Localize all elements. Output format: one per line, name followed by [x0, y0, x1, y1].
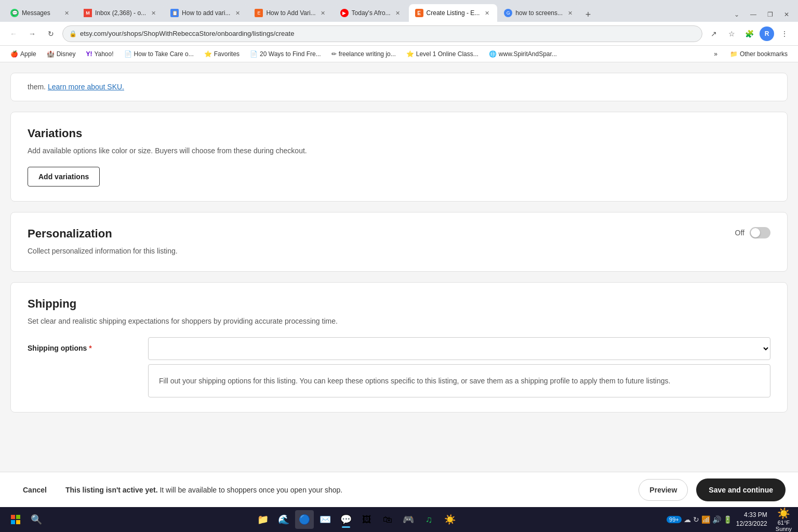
freelance-label: freelance writing jo... [339, 50, 396, 58]
required-star: * [87, 344, 91, 352]
close-window-button[interactable]: ✕ [779, 7, 794, 22]
how-to-take-icon: 📄 [124, 50, 132, 58]
extensions-icon[interactable]: 🧩 [742, 26, 756, 41]
minimize-button[interactable]: — [746, 7, 761, 22]
taskbar-store[interactable]: 🛍 [378, 510, 397, 529]
bookmark-freelance[interactable]: ✏ freelance writing jo... [327, 49, 400, 59]
taskbar: 🔍 📁 🌊 🔵 ✉️ 💬 🖼 🛍 🎮 ♫ ☀️ [0, 507, 798, 532]
yahoo-bookmark-icon: Y! [86, 50, 92, 58]
taskbar-photos[interactable]: 🖼 [357, 510, 376, 529]
sku-section-card: them. Learn more about SKU. [10, 73, 788, 101]
notification-badge[interactable]: 99+ [667, 516, 682, 523]
apple-bookmark-icon: 🍎 [10, 50, 18, 58]
tab-add-var1-close[interactable]: ✕ [233, 9, 242, 17]
toggle-knob [751, 228, 760, 237]
taskbar-edge[interactable]: 🌊 [274, 510, 293, 529]
cancel-button[interactable]: Cancel [12, 480, 57, 500]
save-continue-button[interactable]: Save and continue [696, 478, 786, 501]
tab-today-afro[interactable]: ▶ Today's Afro... ✕ [334, 4, 408, 22]
forward-button[interactable]: → [25, 26, 39, 41]
tab-gmail[interactable]: M Inbox (2,368) - o... ✕ [77, 4, 164, 22]
taskbar-spotify[interactable]: ♫ [420, 510, 438, 529]
bookmark-how-to-take[interactable]: 📄 How to Take Care o... [120, 49, 198, 59]
tab-messages[interactable]: 💬 Messages ✕ [4, 4, 77, 22]
tab-today-afro-close[interactable]: ✕ [394, 9, 402, 17]
taskbar-xbox[interactable]: 🎮 [399, 510, 418, 529]
bookmark-yahoo[interactable]: Y! Yahoo! [82, 49, 117, 59]
menu-icon[interactable]: ⋮ [777, 26, 792, 41]
status-message: This listing isn't active yet. It will b… [65, 486, 630, 494]
bookmark-favorites[interactable]: ⭐ Favorites [200, 49, 244, 59]
cloud-icon: ☁ [684, 515, 691, 524]
add-variations-button[interactable]: Add variations [28, 167, 100, 187]
taskbar-time-display[interactable]: 4:33 PM 12/23/2022 [736, 511, 767, 528]
restore-button[interactable]: ❐ [763, 7, 777, 22]
back-button[interactable]: ← [6, 26, 21, 41]
preview-button[interactable]: Preview [639, 479, 688, 501]
bookmark-20ways[interactable]: 📄 20 Ways to Find Fre... [246, 49, 325, 59]
tab-overflow-button[interactable]: ⌄ [729, 7, 744, 22]
tab-messages-close[interactable]: ✕ [62, 9, 71, 17]
tab-add-var2[interactable]: E How to Add Vari... ✕ [248, 4, 333, 22]
tab-add-var2-close[interactable]: ✕ [319, 9, 327, 17]
new-tab-button[interactable]: + [581, 7, 595, 22]
tab-screenshot-title: how to screens... [515, 9, 563, 17]
tab-create-listing-title: Create Listing - E... [427, 9, 480, 17]
spirit-label: www.SpiritAndSpar... [499, 50, 557, 58]
bottom-action-bar: Cancel This listing isn't active yet. It… [0, 472, 798, 507]
bookmark-star-icon[interactable]: ☆ [724, 26, 739, 41]
start-button[interactable] [6, 510, 25, 529]
tab-screenshot[interactable]: G how to screens... ✕ [498, 4, 580, 22]
bookmark-spirit[interactable]: 🌐 www.SpiritAndSpar... [485, 49, 561, 59]
personalization-toggle[interactable] [750, 227, 770, 238]
taskbar-right: 99+ ☁ ↻ 📶 🔊 🔋 4:33 PM 12/23/2022 ☀️ 61°F… [667, 507, 792, 532]
apple-bookmark-label: Apple [20, 50, 36, 58]
personalization-layout: Personalization Collect personalized inf… [28, 227, 770, 257]
disney-bookmark-label: Disney [57, 50, 76, 58]
spirit-icon: 🌐 [489, 50, 497, 58]
tab-create-listing[interactable]: E Create Listing - E... ✕ [409, 4, 498, 22]
taskbar-chrome[interactable]: 🔵 [295, 510, 314, 529]
shipping-info-box: Fill out your shipping options for this … [148, 364, 770, 397]
address-bar[interactable]: 🔒 etsy.com/your/shops/ShopWithRebeccaSto… [62, 25, 702, 42]
taskbar-weather[interactable]: ☀️ [441, 510, 459, 529]
sync-icon: ↻ [693, 515, 699, 524]
taskbar-file-explorer[interactable]: 📁 [254, 510, 272, 529]
weather-display: ☀️ 61°F Sunny [776, 507, 792, 532]
reload-button[interactable]: ↻ [44, 26, 58, 41]
add-var2-favicon: E [255, 9, 263, 17]
bookmark-apple[interactable]: 🍎 Apple [6, 49, 41, 59]
bookmark-level1[interactable]: ⭐ Level 1 Online Class... [402, 49, 483, 59]
taskbar-search-button[interactable]: 🔍 [27, 510, 46, 529]
shipping-description: Set clear and realistic shipping expecta… [28, 316, 770, 327]
level1-icon: ⭐ [406, 50, 414, 58]
other-bookmarks-label: Other bookmarks [740, 50, 788, 58]
lock-icon: 🔒 [69, 30, 77, 37]
sound-icon: 🔊 [712, 515, 721, 524]
weather-temp: 61°F [776, 520, 792, 526]
tab-screenshot-close[interactable]: ✕ [566, 9, 574, 17]
tab-create-listing-close[interactable]: ✕ [483, 9, 491, 17]
share-icon[interactable]: ↗ [707, 26, 721, 41]
taskbar-chat[interactable]: 💬 [337, 510, 355, 529]
profile-icon[interactable]: R [760, 26, 774, 41]
how-to-take-label: How to Take Care o... [134, 50, 194, 58]
tab-add-var1[interactable]: 📋 How to add vari... ✕ [164, 4, 248, 22]
shipping-select[interactable] [148, 337, 770, 360]
other-bookmarks[interactable]: 📁 Other bookmarks [726, 49, 792, 59]
tab-gmail-close[interactable]: ✕ [149, 9, 157, 17]
20ways-icon: 📄 [250, 50, 258, 58]
20ways-label: 20 Ways to Find Fre... [260, 50, 321, 58]
learn-more-sku-link[interactable]: Learn more about SKU. [48, 83, 124, 91]
gmail-favicon: M [84, 9, 92, 17]
tab-add-var2-title: How to Add Vari... [266, 9, 315, 17]
favorites-icon: ⭐ [204, 50, 212, 58]
messages-favicon: 💬 [10, 9, 19, 17]
bookmark-disney[interactable]: 🏰 Disney [43, 49, 80, 59]
taskbar-mail[interactable]: ✉️ [316, 510, 335, 529]
level1-label: Level 1 Online Class... [416, 50, 478, 58]
bookmarks-more-button[interactable]: » [710, 49, 722, 59]
tab-gmail-title: Inbox (2,368) - o... [95, 9, 146, 17]
page-content: them. Learn more about SKU. Variations A… [0, 62, 798, 472]
folder-icon: 📁 [730, 50, 738, 58]
